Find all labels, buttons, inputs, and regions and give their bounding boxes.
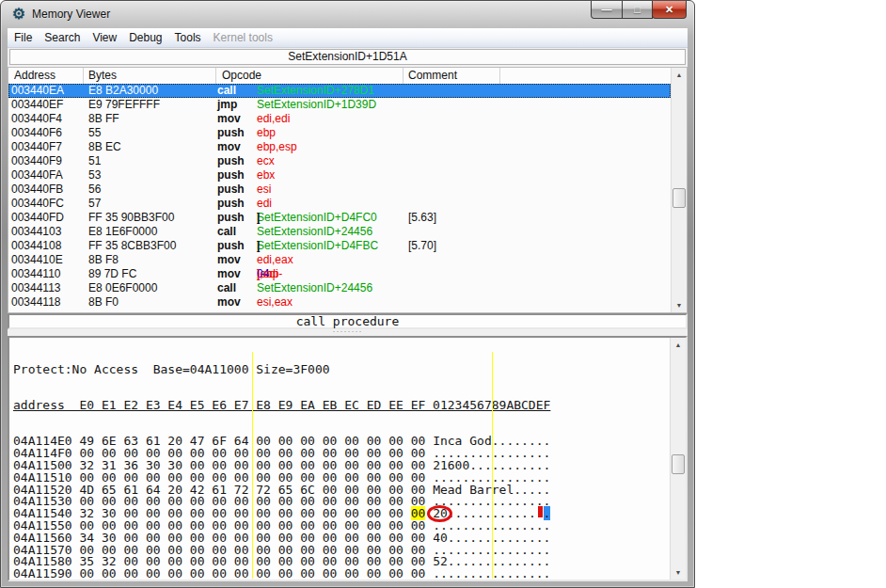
menu-item-kernel-tools[interactable]: Kernel tools	[214, 31, 273, 47]
disasm-row[interactable]: 003440EFE9 79FEFFFFjmpSetExtensionID+1D3…	[8, 98, 671, 112]
cheat-engine-app-icon: ⚙	[10, 6, 27, 23]
column-separator	[83, 68, 84, 84]
disasm-row[interactable]: 003440F951pushecx	[8, 154, 671, 168]
client-area: FileSearchViewDebugToolsKernel tools Set…	[8, 28, 688, 581]
ascii-divider-line	[492, 352, 493, 579]
disasm-row[interactable]: 003440FDFF 35 90BB3F00push[SetExtensionI…	[8, 211, 671, 225]
scroll-up-icon[interactable]: ▲	[671, 338, 686, 352]
column-separator	[215, 68, 216, 84]
menu-item-file[interactable]: File	[14, 31, 32, 47]
disasm-row[interactable]: 003440FA53pushebx	[8, 168, 671, 183]
scrollbar-thumb[interactable]	[672, 454, 685, 474]
hex-divider-line	[252, 352, 253, 579]
menu-item-search[interactable]: Search	[44, 31, 80, 47]
disasm-row[interactable]: 00344108FF 35 8CBB3F00push[SetExtensionI…	[8, 239, 671, 253]
disassembly-scrollbar[interactable]: ▲ ▼	[671, 68, 687, 312]
menu-item-debug[interactable]: Debug	[129, 31, 162, 47]
disasm-row[interactable]: 003440FB56pushesi	[8, 183, 671, 197]
minimize-button[interactable]: —	[591, 1, 623, 19]
window-title: Memory Viewer	[32, 8, 110, 21]
menu-bar: FileSearchViewDebugToolsKernel tools	[8, 28, 688, 48]
scrollbar-thumb[interactable]	[672, 188, 686, 208]
close-button[interactable]: ✕	[652, 1, 687, 19]
scroll-down-icon[interactable]: ▼	[671, 565, 686, 580]
titlebar[interactable]: ⚙ Memory Viewer — □ ✕	[0, 0, 695, 28]
scroll-up-icon[interactable]: ▲	[672, 68, 687, 82]
disasm-row[interactable]: 003440F655pushebp	[8, 126, 671, 140]
maximize-button[interactable]: □	[622, 1, 653, 19]
hexview-header: address E0 E1 E2 E3 E4 E5 E6 E7 E8 E9 EA…	[13, 400, 670, 412]
column-separator	[499, 68, 500, 84]
disasm-row[interactable]: 003440F78B ECmovebp,esp	[8, 140, 671, 154]
disassembly-panel: AddressBytesOpcodeComment 003440EAE8 B2A…	[8, 67, 688, 313]
menu-item-view[interactable]: View	[92, 31, 117, 47]
column-header-comment: Comment	[408, 69, 457, 82]
annotation-circle: 20	[433, 508, 448, 520]
disasm-row[interactable]: 00344113E8 0E6F0000callSetExtensionID+24…	[8, 281, 671, 295]
symbol-address-bar[interactable]: SetExtensionID+1D51A	[9, 49, 686, 65]
disasm-row[interactable]: 0034411089 7D FCmov[ebp-04],edi	[8, 267, 671, 281]
scroll-down-icon[interactable]: ▼	[672, 298, 687, 312]
column-header-bytes: Bytes	[88, 69, 117, 82]
disasm-row[interactable]: 003440EAE8 B2A30000callSetExtensionID+27…	[8, 84, 671, 98]
disasm-row[interactable]: 00344103E8 1E6F0000callSetExtensionID+24…	[8, 225, 671, 239]
menu-item-tools[interactable]: Tools	[175, 31, 201, 47]
disasm-row[interactable]: 003440FC57pushedi	[8, 197, 671, 211]
hexview-panel: Protect:No Access Base=04A11000 Size=3F0…	[8, 336, 688, 581]
disassembly-column-header[interactable]: AddressBytesOpcodeComment	[8, 68, 671, 85]
column-header-address: Address	[14, 69, 55, 82]
window-controls: — □ ✕	[592, 1, 687, 20]
hexview-content[interactable]: Protect:No Access Base=04A11000 Size=3F0…	[9, 338, 670, 580]
hexview-rows: 04A114E0 49 6E 63 61 20 47 6F 64 00 00 0…	[13, 436, 670, 580]
panel-splitter[interactable]: ········	[8, 329, 688, 336]
disasm-row[interactable]: 003441188B F0movesi,eax	[8, 295, 671, 310]
disassembly-rows: 003440EAE8 B2A30000callSetExtensionID+27…	[8, 84, 671, 312]
hexview-info-line: Protect:No Access Base=04A11000 Size=3F0…	[13, 364, 670, 376]
memory-viewer-window: ⚙ Memory Viewer — □ ✕ FileSearchViewDebu…	[0, 0, 695, 588]
disasm-row[interactable]: 003440F48B FFmovedi,edi	[8, 112, 671, 126]
hexview-scrollbar[interactable]: ▲ ▼	[670, 338, 686, 580]
column-header-opcode: Opcode	[222, 69, 261, 82]
column-separator	[403, 68, 403, 84]
disasm-row[interactable]: 0034410E8B F8movedi,eax	[8, 253, 671, 267]
